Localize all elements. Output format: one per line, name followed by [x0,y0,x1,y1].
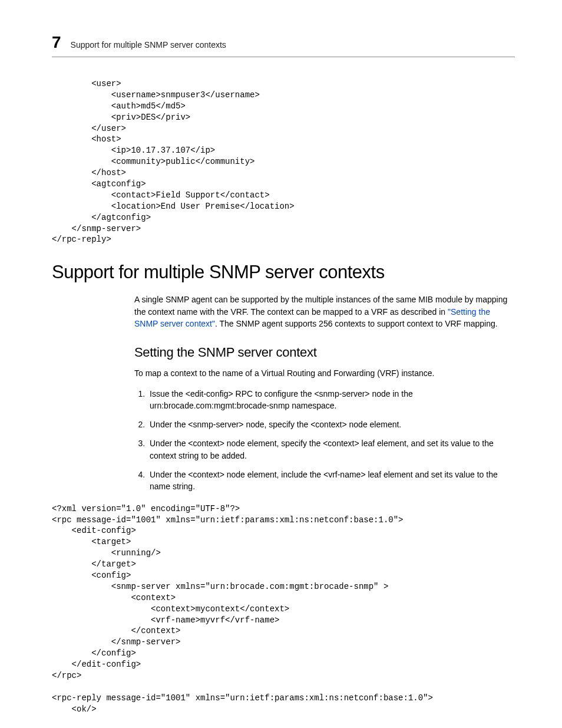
steps-list: Issue the <edit-config> RPC to configure… [134,388,515,493]
sub-intro: To map a context to the name of a Virtua… [134,367,515,379]
chapter-number: 7 [52,33,61,52]
header-title: Support for multiple SNMP server context… [71,40,226,50]
heading-2: Setting the SNMP server context [134,345,515,360]
page: 7 Support for multiple SNMP server conte… [0,0,562,728]
code-block-bottom: <?xml version="1.0" encoding="UTF-8"?> <… [52,503,515,715]
heading-1: Support for multiple SNMP server context… [52,262,515,283]
intro-text-b: . The SNMP agent supports 256 contexts t… [215,319,498,328]
code-block-top: <user> <username>snmpuser3</username> <a… [52,78,515,245]
sub-intro-text: To map a context to the name of a Virtua… [134,367,515,379]
header-rule [52,57,515,57]
step-item: Under the <snmp-server> node, specify th… [147,419,515,430]
step-item: Under the <context> node element, specif… [147,437,515,462]
step-item: Issue the <edit-config> RPC to configure… [147,388,515,412]
intro-paragraph: A single SNMP agent can be supported by … [134,294,515,330]
running-header: 7 Support for multiple SNMP server conte… [52,33,515,52]
step-item: Under the <context> node element, includ… [147,469,515,493]
